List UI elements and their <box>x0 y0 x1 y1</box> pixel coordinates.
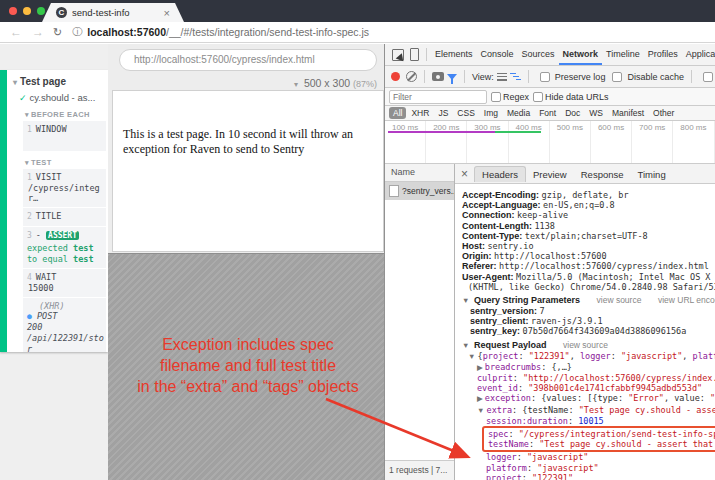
type-filter-css[interactable]: CSS <box>453 107 478 119</box>
payload-line[interactable]: testName: "Test page cy.should - assert … <box>486 439 715 449</box>
header-line: Content-Length: 1138 <box>462 221 715 231</box>
url-text[interactable]: localhost:57600/__/#/tests/integration/s… <box>87 26 369 38</box>
command-window[interactable]: 1WINDOW <box>23 121 106 151</box>
detail-tab-timing[interactable]: Timing <box>631 167 673 182</box>
command-name: VISIT <box>36 172 62 182</box>
payload-line[interactable]: spec: "/cypress/integration/send-test-in… <box>486 429 715 439</box>
close-window-button[interactable] <box>9 7 17 15</box>
devtools-tab-application[interactable]: Application <box>682 44 715 65</box>
command-assert[interactable]: 3- ASSERT expected test to equal test <box>23 227 106 268</box>
network-timeline-ruler: 100 ms200 ms300 ms400 ms500 ms600 ms700 … <box>385 121 715 164</box>
request-name: ?sentry_vers... <box>402 186 454 196</box>
browser-tab[interactable]: C send-test-info × <box>42 3 184 22</box>
detail-tab-response[interactable]: Response <box>574 167 631 182</box>
preserve-log-checkbox[interactable] <box>540 72 550 82</box>
reload-icon[interactable]: ↻ <box>53 26 62 39</box>
devtools-tab-network[interactable]: Network <box>559 44 603 65</box>
assertion-actual-value: test <box>73 254 93 264</box>
payload-line[interactable]: event_id: "398b001c4e1741cfabbf9945adbd5… <box>462 383 715 393</box>
hide-data-urls-checkbox[interactable] <box>533 92 543 102</box>
test-title-label: cy.should - as... <box>30 92 96 103</box>
payload-line[interactable]: logger: "javascript" <box>462 452 715 462</box>
suite-title[interactable]: ▾Test page <box>13 76 106 87</box>
viewport-scale: (87%) <box>353 79 377 89</box>
type-filter-js[interactable]: JS <box>434 107 452 119</box>
request-row[interactable]: ?sentry_vers... <box>385 182 454 200</box>
devtools-tab-profiles[interactable]: Profiles <box>644 44 682 65</box>
query-param-line: sentry_key: 07b50d7664f343609a04d3886096… <box>462 326 715 336</box>
header-line: User-Agent: Mozilla/5.0 (Macintosh; Inte… <box>462 272 715 282</box>
payload-line[interactable]: ▶ exception: {values: [{type: "Error", v… <box>462 393 715 404</box>
viewport-size-selector[interactable]: ▾ 500 x 300 (87%) <box>294 77 377 89</box>
type-filter-img[interactable]: Img <box>480 107 502 119</box>
screenshot-camera-icon[interactable] <box>432 72 444 81</box>
command-number: 1 <box>27 125 32 134</box>
payload-line[interactable]: ▼ {project: "122391", logger: "javascrip… <box>462 351 715 362</box>
detail-tab-preview[interactable]: Preview <box>526 167 574 182</box>
devtools-tab-timeline[interactable]: Timeline <box>602 44 644 65</box>
disable-cache-checkbox[interactable] <box>612 72 622 82</box>
xhr-tag: (XHR) <box>39 301 65 311</box>
inspect-element-icon[interactable] <box>392 49 404 61</box>
type-filter-xhr[interactable]: XHR <box>407 107 433 119</box>
payload-line[interactable]: session:duration: 10015 <box>462 416 715 426</box>
forward-icon[interactable]: → <box>32 25 44 39</box>
device-toolbar-icon[interactable] <box>410 48 419 61</box>
expand-arrow-icon[interactable]: ▼ <box>462 296 469 305</box>
dropdown-caret-icon: ▾ <box>294 80 298 89</box>
detail-tab-headers[interactable]: Headers <box>474 166 526 182</box>
type-filter-other[interactable]: Other <box>649 107 678 119</box>
payload-line[interactable]: project: "122391" <box>462 473 715 480</box>
network-main-area: Name ?sentry_vers... 1 requests | 7... ×… <box>385 164 715 480</box>
divider <box>691 70 692 83</box>
payload-line[interactable]: ▼ extra: {testName: "Test page cy.should… <box>462 405 715 416</box>
devtools-tab-console[interactable]: Console <box>477 44 518 65</box>
waterfall-view-icon[interactable] <box>510 73 521 81</box>
query-string-section-header[interactable]: ▼ Query String Parameters view source vi… <box>462 295 715 306</box>
payload-line[interactable]: ▶ breadcrumbs: {,…} <box>462 362 715 373</box>
page-info-icon[interactable]: ⓘ <box>72 25 82 39</box>
collapse-caret-icon[interactable]: ▾ <box>13 78 17 87</box>
request-payload-section-header[interactable]: ▼ Request Payload view source <box>462 340 715 351</box>
clear-icon[interactable] <box>406 71 417 82</box>
command-wait[interactable]: 4WAIT 15000 <box>23 269 106 297</box>
filter-input[interactable] <box>389 90 487 104</box>
view-source-link[interactable]: view source <box>563 340 608 350</box>
record-button[interactable] <box>391 72 400 81</box>
zoom-window-button[interactable] <box>37 7 45 15</box>
minimize-window-button[interactable] <box>23 7 31 15</box>
filter-funnel-icon[interactable] <box>447 74 457 80</box>
expand-arrow-icon[interactable]: ▼ <box>462 341 469 350</box>
payload-line[interactable]: culprit: "http://localhost:57600/cypress… <box>462 373 715 383</box>
devtools-tab-elements[interactable]: Elements <box>431 44 477 65</box>
type-filter-font[interactable]: Font <box>535 107 560 119</box>
type-filter-all[interactable]: All <box>389 107 406 119</box>
close-details-icon[interactable]: × <box>455 167 474 181</box>
test-title[interactable]: ✓cy.should - as... <box>19 92 106 103</box>
waterfall-bar-green <box>495 131 541 133</box>
cypress-command-log: ▾Test page ✓cy.should - as... ▾BEFORE EA… <box>0 70 108 352</box>
command-xhr[interactable]: (XHR) ● POST 200 /api/122391/stor s... <box>23 298 106 352</box>
devtools-tab-sources[interactable]: Sources <box>518 44 559 65</box>
ruler-tick: 600 ms <box>591 121 632 163</box>
section-test[interactable]: ▾TEST <box>25 158 106 167</box>
request-payload-title: Request Payload <box>474 340 547 350</box>
type-filter-manifest[interactable]: Manifest <box>608 107 648 119</box>
header-line: Accept-Language: en-US,en;q=0.8 <box>462 200 715 210</box>
section-before-each[interactable]: ▾BEFORE EACH <box>25 110 106 119</box>
command-title[interactable]: 2TITLE <box>23 208 106 226</box>
type-filter-media[interactable]: Media <box>503 107 534 119</box>
command-visit[interactable]: 1VISIT /cypress/integr… <box>23 169 106 207</box>
regex-checkbox[interactable] <box>491 92 501 102</box>
type-filter-doc[interactable]: Doc <box>561 107 584 119</box>
tab-close-icon[interactable]: × <box>164 7 170 19</box>
list-view-icon[interactable] <box>497 73 507 81</box>
type-filter-ws[interactable]: WS <box>585 107 607 119</box>
view-url-encoded-link[interactable]: view URL encoded <box>658 295 715 305</box>
view-source-link[interactable]: view source <box>597 295 642 305</box>
offline-checkbox[interactable] <box>703 72 713 82</box>
payload-line[interactable]: platform: "javascript" <box>462 463 715 473</box>
aut-url-bar[interactable]: http://localhost:57600/cypress/index.htm… <box>119 49 377 71</box>
name-column-header[interactable]: Name <box>385 164 454 182</box>
back-icon[interactable]: ← <box>10 25 22 39</box>
